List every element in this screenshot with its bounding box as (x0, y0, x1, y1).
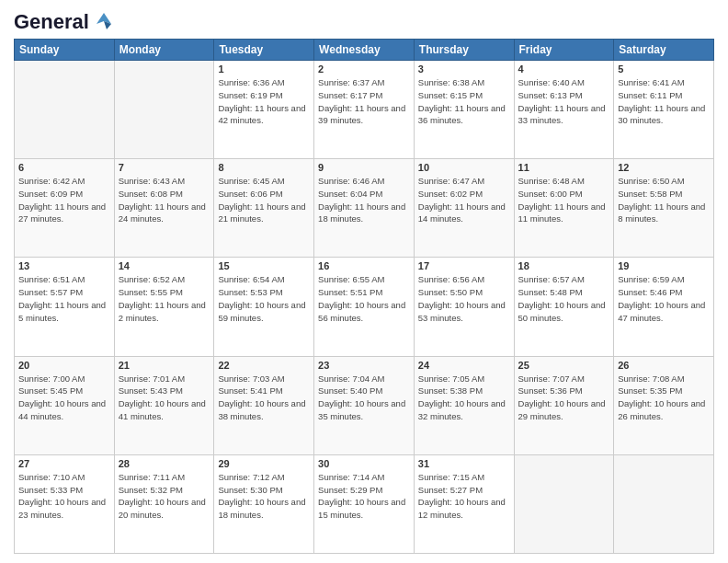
day-info: Sunrise: 6:42 AMSunset: 6:09 PMDaylight:… (18, 175, 110, 225)
calendar-cell: 9Sunrise: 6:46 AMSunset: 6:04 PMDaylight… (314, 159, 415, 258)
day-number: 20 (18, 360, 110, 371)
calendar-cell: 24Sunrise: 7:05 AMSunset: 5:38 PMDayligh… (414, 356, 514, 454)
day-number: 24 (418, 360, 510, 371)
day-number: 6 (18, 162, 110, 173)
calendar-cell: 8Sunrise: 6:45 AMSunset: 6:06 PMDaylight… (214, 159, 314, 258)
calendar-cell: 31Sunrise: 7:15 AMSunset: 5:27 PMDayligh… (414, 454, 514, 553)
day-number: 11 (518, 162, 610, 173)
calendar-cell: 13Sunrise: 6:51 AMSunset: 5:57 PMDayligh… (15, 258, 115, 356)
day-info: Sunrise: 6:36 AMSunset: 6:19 PMDaylight:… (218, 76, 310, 127)
calendar-cell: 25Sunrise: 7:07 AMSunset: 5:36 PMDayligh… (514, 356, 614, 454)
calendar-table: SundayMondayTuesdayWednesdayThursdayFrid… (14, 39, 714, 554)
day-number: 22 (218, 360, 310, 371)
day-info: Sunrise: 7:14 AMSunset: 5:29 PMDaylight:… (318, 471, 410, 522)
day-info: Sunrise: 6:54 AMSunset: 5:53 PMDaylight:… (218, 273, 310, 324)
day-info: Sunrise: 6:51 AMSunset: 5:57 PMDaylight:… (18, 273, 110, 324)
day-info: Sunrise: 7:08 AMSunset: 5:35 PMDaylight:… (618, 373, 710, 423)
day-info: Sunrise: 7:12 AMSunset: 5:30 PMDaylight:… (218, 471, 310, 522)
day-number: 28 (119, 458, 210, 469)
calendar-row: 13Sunrise: 6:51 AMSunset: 5:57 PMDayligh… (15, 258, 714, 356)
day-info: Sunrise: 7:11 AMSunset: 5:32 PMDaylight:… (119, 471, 210, 522)
day-info: Sunrise: 7:15 AMSunset: 5:27 PMDaylight:… (418, 471, 510, 522)
day-number: 17 (418, 260, 510, 271)
day-info: Sunrise: 7:04 AMSunset: 5:40 PMDaylight:… (318, 373, 410, 423)
day-number: 12 (618, 162, 710, 173)
calendar-cell: 29Sunrise: 7:12 AMSunset: 5:30 PMDayligh… (214, 454, 314, 553)
calendar-cell: 19Sunrise: 6:59 AMSunset: 5:46 PMDayligh… (614, 258, 714, 356)
day-info: Sunrise: 6:50 AMSunset: 5:58 PMDaylight:… (618, 175, 710, 225)
day-number: 26 (618, 360, 710, 371)
day-number: 8 (218, 162, 310, 173)
calendar-cell: 18Sunrise: 6:57 AMSunset: 5:48 PMDayligh… (514, 258, 614, 356)
svg-marker-0 (97, 13, 111, 24)
calendar-cell: 23Sunrise: 7:04 AMSunset: 5:40 PMDayligh… (314, 356, 415, 454)
day-number: 15 (218, 260, 310, 271)
weekday-header: Sunday (15, 40, 115, 61)
calendar-cell: 30Sunrise: 7:14 AMSunset: 5:29 PMDayligh… (314, 454, 415, 553)
calendar-cell: 6Sunrise: 6:42 AMSunset: 6:09 PMDaylight… (15, 159, 115, 258)
calendar-row: 20Sunrise: 7:00 AMSunset: 5:45 PMDayligh… (15, 356, 714, 454)
day-info: Sunrise: 6:37 AMSunset: 6:17 PMDaylight:… (318, 76, 410, 127)
calendar-cell: 27Sunrise: 7:10 AMSunset: 5:33 PMDayligh… (15, 454, 115, 553)
day-info: Sunrise: 6:48 AMSunset: 6:00 PMDaylight:… (518, 175, 610, 225)
logo-general: General (14, 10, 89, 34)
calendar-cell: 15Sunrise: 6:54 AMSunset: 5:53 PMDayligh… (214, 258, 314, 356)
calendar-cell (514, 454, 614, 553)
day-info: Sunrise: 7:00 AMSunset: 5:45 PMDaylight:… (18, 373, 110, 423)
day-info: Sunrise: 6:38 AMSunset: 6:15 PMDaylight:… (418, 76, 510, 127)
day-number: 18 (518, 260, 610, 271)
day-number: 31 (418, 458, 510, 469)
day-info: Sunrise: 6:55 AMSunset: 5:51 PMDaylight:… (318, 273, 410, 324)
calendar-cell: 14Sunrise: 6:52 AMSunset: 5:55 PMDayligh… (114, 258, 214, 356)
calendar-row: 1Sunrise: 6:36 AMSunset: 6:19 PMDaylight… (15, 61, 714, 159)
calendar-cell: 22Sunrise: 7:03 AMSunset: 5:41 PMDayligh… (214, 356, 314, 454)
day-info: Sunrise: 7:10 AMSunset: 5:33 PMDaylight:… (18, 471, 110, 522)
logo: General (14, 9, 117, 31)
weekday-header: Monday (114, 40, 214, 61)
day-info: Sunrise: 6:45 AMSunset: 6:06 PMDaylight:… (218, 175, 310, 225)
day-number: 29 (218, 458, 310, 469)
calendar-cell: 20Sunrise: 7:00 AMSunset: 5:45 PMDayligh… (15, 356, 115, 454)
day-number: 16 (318, 260, 410, 271)
calendar-cell: 7Sunrise: 6:43 AMSunset: 6:08 PMDaylight… (114, 159, 214, 258)
calendar-cell: 2Sunrise: 6:37 AMSunset: 6:17 PMDaylight… (314, 61, 415, 159)
calendar-cell: 5Sunrise: 6:41 AMSunset: 6:11 PMDaylight… (614, 61, 714, 159)
weekday-header: Wednesday (314, 40, 415, 61)
day-info: Sunrise: 6:47 AMSunset: 6:02 PMDaylight:… (418, 175, 510, 225)
day-info: Sunrise: 6:43 AMSunset: 6:08 PMDaylight:… (119, 175, 210, 225)
day-number: 4 (518, 63, 610, 75)
calendar-cell: 17Sunrise: 6:56 AMSunset: 5:50 PMDayligh… (414, 258, 514, 356)
calendar-cell: 10Sunrise: 6:47 AMSunset: 6:02 PMDayligh… (414, 159, 514, 258)
day-number: 5 (618, 63, 710, 75)
day-number: 7 (119, 162, 210, 173)
page: General SundayMondayTuesdayWednesdayThur… (0, 0, 728, 563)
day-number: 2 (318, 63, 410, 75)
day-number: 19 (618, 260, 710, 271)
header: General (14, 9, 714, 31)
day-info: Sunrise: 6:52 AMSunset: 5:55 PMDaylight:… (119, 273, 210, 324)
day-number: 25 (518, 360, 610, 371)
day-number: 13 (18, 260, 110, 271)
day-number: 14 (119, 260, 210, 271)
day-number: 27 (18, 458, 110, 469)
day-info: Sunrise: 6:56 AMSunset: 5:50 PMDaylight:… (418, 273, 510, 324)
calendar-cell: 4Sunrise: 6:40 AMSunset: 6:13 PMDaylight… (514, 61, 614, 159)
day-info: Sunrise: 7:05 AMSunset: 5:38 PMDaylight:… (418, 373, 510, 423)
day-number: 9 (318, 162, 410, 173)
weekday-header: Friday (514, 40, 614, 61)
weekday-header: Tuesday (214, 40, 314, 61)
day-info: Sunrise: 6:59 AMSunset: 5:46 PMDaylight:… (618, 273, 710, 324)
day-number: 1 (218, 63, 310, 75)
calendar-cell: 16Sunrise: 6:55 AMSunset: 5:51 PMDayligh… (314, 258, 415, 356)
day-info: Sunrise: 7:07 AMSunset: 5:36 PMDaylight:… (518, 373, 610, 423)
day-number: 3 (418, 63, 510, 75)
weekday-header: Saturday (614, 40, 714, 61)
day-info: Sunrise: 6:57 AMSunset: 5:48 PMDaylight:… (518, 273, 610, 324)
logo-bird-icon (91, 9, 117, 35)
day-number: 21 (119, 360, 210, 371)
calendar-cell (114, 61, 214, 159)
day-info: Sunrise: 6:40 AMSunset: 6:13 PMDaylight:… (518, 76, 610, 127)
calendar-cell: 3Sunrise: 6:38 AMSunset: 6:15 PMDaylight… (414, 61, 514, 159)
calendar-cell: 11Sunrise: 6:48 AMSunset: 6:00 PMDayligh… (514, 159, 614, 258)
day-info: Sunrise: 6:41 AMSunset: 6:11 PMDaylight:… (618, 76, 710, 127)
